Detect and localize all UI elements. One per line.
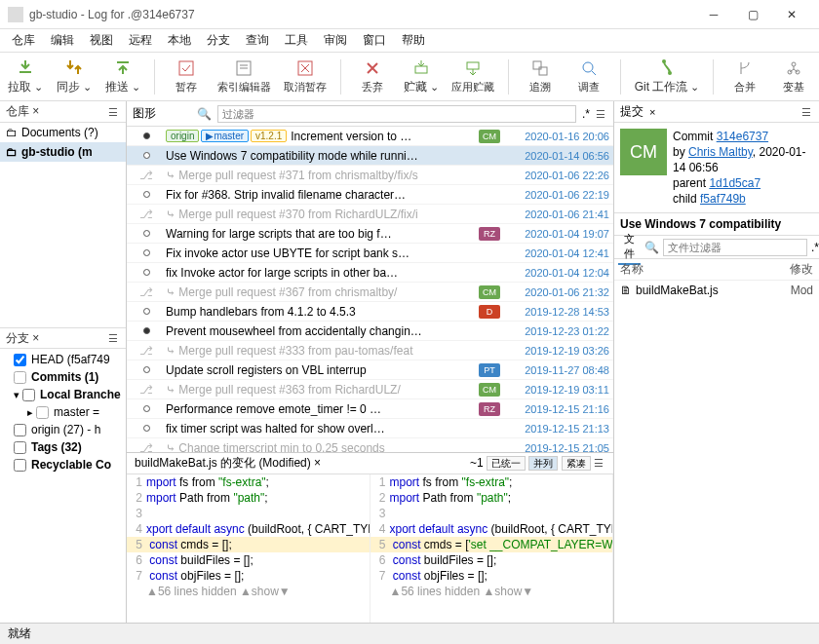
- submit-tab[interactable]: 提交: [620, 103, 644, 120]
- sync-button[interactable]: 同步 ⌄: [57, 57, 92, 95]
- menu-工具[interactable]: 工具: [279, 30, 314, 51]
- graph-tab[interactable]: 图形: [133, 105, 156, 122]
- apply-stash-button[interactable]: 应用贮藏: [452, 58, 494, 95]
- diff-new-pane[interactable]: 1mport fs from "fs-extra";2mport Path fr…: [370, 474, 614, 623]
- regex-toggle[interactable]: .*: [582, 107, 590, 121]
- hamburger-icon[interactable]: [108, 105, 120, 119]
- branch-item[interactable]: Recyclable Co: [0, 456, 126, 474]
- branches-tab[interactable]: 分支 ×: [0, 327, 126, 349]
- repo-list: 🗀Documents (?)🗀gb-studio (m: [0, 123, 126, 162]
- commit-row[interactable]: Update scroll registers on VBL interrupP…: [127, 360, 613, 380]
- filter-input[interactable]: [217, 105, 576, 123]
- push-button[interactable]: 推送 ⌄: [105, 57, 140, 95]
- author-avatar: CM: [620, 129, 667, 175]
- commit-row[interactable]: Prevent mousewheel from accidentally cha…: [127, 322, 613, 341]
- merge-button[interactable]: 合并: [727, 58, 762, 95]
- minimize-button[interactable]: ─: [694, 0, 733, 29]
- sidebyside-button[interactable]: 并列: [528, 456, 558, 471]
- search-icon: 🔍: [197, 107, 212, 121]
- investigate-button[interactable]: 调查: [571, 58, 606, 95]
- commit-row[interactable]: origin▶masterv1.2.1Increment version to …: [127, 127, 613, 146]
- branch-checkbox[interactable]: [22, 389, 35, 401]
- hamburger-icon[interactable]: [108, 331, 120, 345]
- branch-item[interactable]: HEAD (f5af749: [0, 351, 126, 368]
- commit-details: CM Commit 314e6737 by Chris Maltby, 2020…: [614, 123, 819, 213]
- branch-item[interactable]: ▾ Local Branche: [0, 386, 126, 403]
- unstage-button[interactable]: 取消暂存: [284, 58, 326, 95]
- toolbar: 拉取 ⌄ 同步 ⌄ 推送 ⌄ 暂存 索引编辑器 取消暂存 丢弃 贮藏 ⌄ 应用贮…: [0, 53, 819, 101]
- parent-link[interactable]: 1d1d5ca7: [709, 176, 760, 190]
- branch-checkbox[interactable]: [36, 406, 49, 419]
- compact-button[interactable]: 紧凑: [562, 456, 591, 471]
- commit-row[interactable]: ⎇⤷ Merge pull request #371 from chrismal…: [127, 166, 613, 185]
- author-link[interactable]: Chris Maltby: [688, 145, 753, 159]
- branch-checkbox[interactable]: [14, 371, 26, 384]
- gitflow-button[interactable]: Git 工作流 ⌄: [635, 57, 699, 95]
- close-diff-icon[interactable]: ×: [314, 456, 321, 470]
- commit-row[interactable]: Fix invoke actor use UBYTE for script ba…: [127, 244, 613, 263]
- branch-list: HEAD (f5af749Commits (1)▾ Local Branche▸…: [0, 349, 126, 475]
- menu-视图[interactable]: 视图: [84, 30, 119, 51]
- commit-row[interactable]: ⎇⤷ Merge pull request #370 from RichardU…: [127, 205, 613, 224]
- repo-item[interactable]: 🗀Documents (?): [0, 123, 126, 142]
- regex-toggle[interactable]: .*: [811, 241, 819, 254]
- branch-item[interactable]: origin (27) - h: [0, 421, 126, 438]
- commit-row[interactable]: ⎇⤷ Merge pull request #363 from RichardU…: [127, 380, 613, 399]
- file-row[interactable]: 🗎buildMakeBat.jsMod: [614, 281, 819, 300]
- hamburger-icon[interactable]: [801, 105, 813, 119]
- maximize-button[interactable]: ▢: [733, 0, 772, 29]
- branch-checkbox[interactable]: [14, 354, 26, 366]
- commit-row[interactable]: Fix for #368. Strip invalid filename cha…: [127, 185, 613, 205]
- menu-本地[interactable]: 本地: [162, 30, 197, 51]
- branch-checkbox[interactable]: [14, 441, 26, 454]
- svg-rect-10: [539, 67, 547, 75]
- child-link[interactable]: f5af749b: [700, 192, 746, 206]
- diff-old-pane[interactable]: 1mport fs from "fs-extra";2mport Path fr…: [127, 474, 370, 623]
- search-icon: 🔍: [644, 241, 659, 254]
- branch-item[interactable]: Commits (1): [0, 368, 126, 386]
- hamburger-icon[interactable]: [594, 456, 605, 470]
- svg-line-12: [592, 71, 596, 75]
- commit-row[interactable]: Use Windows 7 compatibility mode while r…: [127, 146, 613, 166]
- pull-button[interactable]: 拉取 ⌄: [8, 57, 43, 95]
- commit-row[interactable]: fix Invoke actor for large scripts in ot…: [127, 263, 613, 283]
- commit-row[interactable]: Warning for large scripts that are too b…: [127, 224, 613, 244]
- unified-button[interactable]: 已统一: [487, 456, 526, 471]
- blame-button[interactable]: 追溯: [523, 58, 558, 95]
- menu-窗口[interactable]: 窗口: [357, 30, 392, 51]
- menu-远程[interactable]: 远程: [123, 30, 158, 51]
- commit-row[interactable]: Bump handlebars from 4.1.2 to 4.5.3D2019…: [127, 302, 613, 322]
- rebase-button[interactable]: 变基: [776, 58, 811, 95]
- svg-point-15: [792, 62, 796, 66]
- commit-list: origin▶masterv1.2.1Increment version to …: [127, 127, 613, 452]
- menu-编辑[interactable]: 编辑: [45, 30, 80, 51]
- window-title: gb-studio - Log for .@314e6737: [29, 8, 694, 21]
- repo-item[interactable]: 🗀gb-studio (m: [0, 142, 126, 162]
- hamburger-icon[interactable]: [596, 107, 607, 121]
- menu-查询[interactable]: 查询: [240, 30, 275, 51]
- index-editor-button[interactable]: 索引编辑器: [217, 58, 270, 95]
- menu-审阅[interactable]: 审阅: [318, 30, 353, 51]
- commit-row[interactable]: Performance remove emote_timer != 0 …RZ2…: [127, 399, 613, 419]
- branch-item[interactable]: Tags (32): [0, 438, 126, 456]
- commit-hash-link[interactable]: 314e6737: [717, 130, 768, 143]
- titlebar: gb-studio - Log for .@314e6737 ─ ▢ ✕: [0, 0, 819, 29]
- stash2-button[interactable]: 贮藏 ⌄: [404, 57, 439, 95]
- commit-row[interactable]: fix timer script was halted for show ove…: [127, 419, 613, 438]
- branch-item[interactable]: ▸ master =: [0, 403, 126, 421]
- commit-subject: Use Windows 7 compatibility: [614, 213, 819, 236]
- discard-button[interactable]: 丢弃: [355, 58, 390, 95]
- stage-button[interactable]: 暂存: [169, 58, 204, 95]
- file-filter-input[interactable]: [663, 239, 807, 256]
- branch-checkbox[interactable]: [14, 424, 26, 436]
- commit-row[interactable]: ⎇⤷ Merge pull request #333 from pau-toma…: [127, 341, 613, 360]
- branch-checkbox[interactable]: [14, 459, 26, 472]
- close-button[interactable]: ✕: [772, 0, 811, 29]
- menu-分支[interactable]: 分支: [201, 30, 236, 51]
- repos-tab[interactable]: 仓库 ×: [0, 101, 126, 123]
- menu-仓库[interactable]: 仓库: [6, 30, 41, 51]
- menubar: 仓库编辑视图远程本地分支查询工具审阅窗口帮助: [0, 29, 819, 53]
- commit-row[interactable]: ⎇⤷ Change timerscript min to 0.25 second…: [127, 438, 613, 452]
- menu-帮助[interactable]: 帮助: [396, 30, 431, 51]
- commit-row[interactable]: ⎇⤷ Merge pull request #367 from chrismal…: [127, 283, 613, 302]
